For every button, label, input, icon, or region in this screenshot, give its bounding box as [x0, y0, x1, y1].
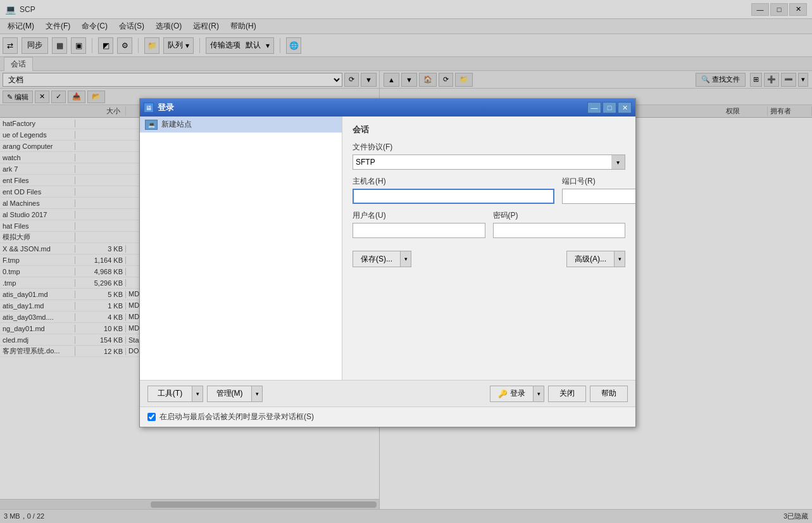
- dialog-body: 💻 新建站点 会话 文件协议(F) SFTP FTP SCP WebDAV: [140, 117, 635, 380]
- save-arrow-btn[interactable]: ▾: [400, 251, 411, 267]
- dialog-close-btn[interactable]: ✕: [618, 102, 632, 113]
- new-site-item[interactable]: 💻 新建站点: [140, 117, 342, 133]
- port-input-wrapper: ▲ ▼: [562, 189, 625, 204]
- manage-main-btn[interactable]: 管理(M): [207, 386, 251, 402]
- help-btn[interactable]: 帮助: [590, 386, 628, 402]
- login-btn-group: 🔑 登录 ▾: [490, 386, 544, 402]
- dialog-title-text: 登录: [158, 102, 174, 113]
- host-port-row: 主机名(H) 端口号(R) ▲ ▼: [353, 176, 625, 204]
- dialog-title-bar: 🖥 登录 — □ ✕: [140, 99, 635, 117]
- pass-label: 密码(P): [493, 210, 626, 221]
- password-input[interactable]: [493, 223, 626, 238]
- login-dialog: 🖥 登录 — □ ✕ 💻 新建站点 会话: [139, 98, 636, 427]
- login-btn-label: 登录: [510, 388, 525, 399]
- manage-btn-split: 管理(M) ▾: [207, 386, 263, 402]
- host-label: 主机名(H): [353, 176, 554, 187]
- new-site-label: 新建站点: [161, 119, 192, 130]
- port-input[interactable]: [562, 189, 635, 204]
- session-section-title: 会话: [353, 124, 625, 135]
- dialog-maximize-btn[interactable]: □: [603, 102, 616, 113]
- manage-arrow-btn[interactable]: ▾: [251, 386, 263, 402]
- port-group: 端口号(R) ▲ ▼: [562, 176, 625, 204]
- pass-group: 密码(P): [493, 210, 626, 238]
- show-login-label: 在启动与最后会话被关闭时显示登录对话框(S): [159, 412, 314, 422]
- save-btn-split: 保存(S)... ▾: [353, 251, 411, 267]
- dialog-overlay: 🖥 登录 — □ ✕ 💻 新建站点 会话: [0, 0, 812, 523]
- user-pass-row: 用户名(U) 密码(P): [353, 210, 625, 238]
- close-dialog-btn[interactable]: 关闭: [548, 386, 586, 402]
- save-main-btn[interactable]: 保存(S)...: [353, 251, 400, 267]
- advanced-main-btn[interactable]: 高级(A)...: [566, 251, 614, 267]
- dialog-footer: 工具(T) ▾ 管理(M) ▾ 🔑 登录 ▾ 关闭 帮助: [140, 380, 635, 406]
- login-main-btn[interactable]: 🔑 登录: [490, 386, 533, 402]
- dialog-title-controls: — □ ✕: [587, 102, 632, 113]
- username-input[interactable]: [353, 223, 485, 238]
- advanced-arrow-btn[interactable]: ▾: [614, 251, 625, 267]
- port-label: 端口号(R): [562, 176, 625, 187]
- dialog-app-icon: 🖥: [144, 103, 154, 113]
- login-arrow-btn[interactable]: ▾: [533, 386, 544, 402]
- login-icon: 🔑: [498, 389, 508, 398]
- protocol-group: 文件协议(F) SFTP FTP SCP WebDAV ▾: [353, 142, 625, 170]
- protocol-select[interactable]: SFTP FTP SCP WebDAV: [353, 154, 625, 170]
- dialog-footer-left: 工具(T) ▾ 管理(M) ▾: [147, 386, 263, 402]
- tools-btn-split: 工具(T) ▾: [147, 386, 203, 402]
- protocol-label: 文件协议(F): [353, 142, 625, 153]
- session-list-panel: 💻 新建站点: [140, 117, 342, 380]
- user-group: 用户名(U): [353, 210, 485, 238]
- computer-icon: 💻: [145, 120, 158, 130]
- dialog-footer-right: 🔑 登录 ▾ 关闭 帮助: [490, 386, 628, 402]
- dialog-form-actions: 保存(S)... ▾ 高级(A)... ▾: [353, 251, 625, 267]
- show-login-checkbox[interactable]: [147, 413, 156, 421]
- host-group: 主机名(H): [353, 176, 554, 204]
- dialog-title-left: 🖥 登录: [144, 102, 174, 113]
- user-label: 用户名(U): [353, 210, 485, 221]
- protocol-select-wrapper: SFTP FTP SCP WebDAV ▾: [353, 154, 625, 170]
- tools-arrow-btn[interactable]: ▾: [192, 386, 203, 402]
- advanced-btn-split: 高级(A)... ▾: [566, 251, 625, 267]
- session-form-panel: 会话 文件协议(F) SFTP FTP SCP WebDAV ▾: [342, 117, 635, 380]
- checkbox-row: 在启动与最后会话被关闭时显示登录对话框(S): [140, 406, 635, 427]
- tools-main-btn[interactable]: 工具(T): [147, 386, 192, 402]
- dialog-minimize-btn[interactable]: —: [587, 102, 601, 113]
- host-input[interactable]: [353, 189, 554, 204]
